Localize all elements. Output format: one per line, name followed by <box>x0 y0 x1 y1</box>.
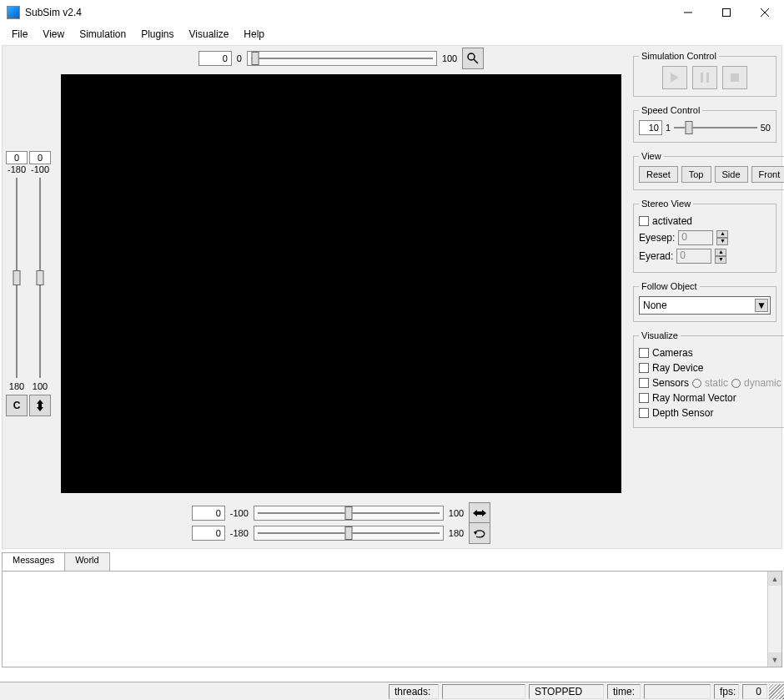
vis-sensors-label: Sensors <box>652 377 689 389</box>
vis-cameras-label: Cameras <box>652 347 693 359</box>
eyesep-label: Eyesep: <box>639 232 675 244</box>
visualize-legend: Visualize <box>639 330 681 340</box>
pause-button[interactable] <box>692 66 717 89</box>
scrollbar[interactable]: ▲ ▼ <box>767 572 781 667</box>
follow-object-combo[interactable]: None ▼ <box>639 296 771 315</box>
svg-rect-7 <box>706 73 709 83</box>
status-threads-value <box>442 684 525 699</box>
top-slider-max: 100 <box>442 53 457 63</box>
center-column: 0 0 100 0 -100 100 0 -180 180 <box>54 46 628 548</box>
eyesep-input[interactable]: 0 <box>678 230 713 245</box>
simulation-control-legend: Simulation Control <box>639 51 719 61</box>
simulation-control-group: Simulation Control <box>633 51 776 97</box>
bslider2-max: 180 <box>449 528 464 538</box>
stop-button[interactable] <box>722 66 747 89</box>
right-panel: Simulation Control Speed Control 10 1 50… <box>628 46 781 548</box>
vslider-a[interactable] <box>9 178 24 378</box>
menu-view[interactable]: View <box>36 27 71 42</box>
eyerad-label: Eyerad: <box>639 250 673 262</box>
svg-line-5 <box>474 59 478 63</box>
speed-min: 1 <box>666 123 671 133</box>
eyerad-input[interactable]: 0 <box>676 249 711 264</box>
tool-button-vertical-arrows[interactable] <box>29 395 51 416</box>
top-slider-min: 0 <box>237 53 242 63</box>
svg-rect-6 <box>701 73 703 83</box>
svg-rect-8 <box>731 73 739 82</box>
menu-file[interactable]: File <box>5 27 34 42</box>
vslider-a-max: 180 <box>9 381 24 391</box>
status-bar: threads: STOPPED time: fps: 0 <box>0 682 784 700</box>
speed-control-legend: Speed Control <box>639 105 702 115</box>
vslider-a-min: -180 <box>8 164 26 174</box>
vis-raydevice-checkbox[interactable] <box>639 363 649 373</box>
menu-visualize[interactable]: Visualize <box>183 27 236 42</box>
vis-depth-checkbox[interactable] <box>639 408 649 418</box>
status-fps-label: fps: <box>714 684 739 699</box>
stereo-activated-checkbox[interactable] <box>639 216 649 226</box>
vis-raydevice-label: Ray Device <box>652 362 703 374</box>
vslider-b[interactable] <box>33 178 48 378</box>
follow-object-selected: None <box>643 300 667 311</box>
vis-raynormal-label: Ray Normal Vector <box>652 392 736 404</box>
stereo-view-legend: Stereo View <box>639 199 693 209</box>
speed-max: 50 <box>761 123 771 133</box>
tab-messages[interactable]: Messages <box>2 552 65 571</box>
close-button[interactable] <box>746 0 784 25</box>
vis-static-radio <box>692 379 701 388</box>
bslider1-value: 0 <box>192 506 225 521</box>
view-reset-button[interactable]: Reset <box>639 166 678 183</box>
view-top-button[interactable]: Top <box>681 166 711 183</box>
view-legend: View <box>639 151 664 161</box>
eyerad-up[interactable]: ▲ <box>715 249 726 256</box>
title-bar: SubSim v2.4 <box>0 0 784 25</box>
bslider1[interactable] <box>254 506 444 521</box>
menu-help[interactable]: Help <box>237 27 271 42</box>
scroll-down-icon[interactable]: ▼ <box>768 652 781 667</box>
vis-sensors-checkbox[interactable] <box>639 378 649 388</box>
view-group: View Reset Top Side Front <box>633 151 784 190</box>
speed-slider[interactable] <box>674 120 757 135</box>
view-side-button[interactable]: Side <box>715 166 748 183</box>
top-slider[interactable] <box>247 51 437 66</box>
bslider2-min: -180 <box>230 528 249 538</box>
eyesep-down[interactable]: ▼ <box>716 238 728 245</box>
bottom-panel: Messages World ▲ ▼ <box>2 552 782 667</box>
visualize-group: Visualize Cameras Ray Device Sensors sta… <box>633 330 784 428</box>
eyerad-down[interactable]: ▼ <box>715 256 726 264</box>
vis-depth-label: Depth Sensor <box>652 407 713 419</box>
stereo-view-group: Stereo View activated Eyesep:0▲▼ Eyerad:… <box>633 199 776 273</box>
status-fps-value: 0 <box>742 684 767 699</box>
eyesep-up[interactable]: ▲ <box>716 230 728 238</box>
menu-simulation[interactable]: Simulation <box>73 27 133 42</box>
vslider-a-value: 0 <box>6 151 28 164</box>
bslider2[interactable] <box>254 526 444 541</box>
window-title: SubSim v2.4 <box>25 7 669 18</box>
minimize-button[interactable] <box>669 0 707 25</box>
zoom-button[interactable] <box>462 48 484 69</box>
rotate-icon[interactable] <box>469 522 490 544</box>
horizontal-arrows-icon[interactable] <box>469 502 490 524</box>
svg-rect-1 <box>723 9 731 17</box>
bslider2-value: 0 <box>192 526 225 541</box>
vis-raynormal-checkbox[interactable] <box>639 393 649 403</box>
speed-control-group: Speed Control 10 1 50 <box>633 105 776 143</box>
stereo-activated-label: activated <box>652 215 692 227</box>
menu-bar: File View Simulation Plugins Visualize H… <box>0 25 784 43</box>
status-threads-label: threads: <box>389 684 439 699</box>
menu-plugins[interactable]: Plugins <box>134 27 180 42</box>
messages-panel: ▲ ▼ <box>2 571 782 667</box>
follow-object-legend: Follow Object <box>639 281 700 291</box>
scroll-up-icon[interactable]: ▲ <box>768 572 781 586</box>
maximize-button[interactable] <box>707 0 746 25</box>
play-button[interactable] <box>662 66 687 89</box>
tab-world[interactable]: World <box>64 552 110 571</box>
vslider-b-min: -100 <box>31 164 49 174</box>
tool-button-c[interactable]: C <box>6 395 28 416</box>
view-front-button[interactable]: Front <box>751 166 784 183</box>
vis-dynamic-label: dynamic <box>744 377 781 389</box>
vis-cameras-checkbox[interactable] <box>639 348 649 358</box>
resize-grip-icon[interactable] <box>769 684 784 699</box>
viewport-3d[interactable] <box>61 74 621 493</box>
vis-static-label: static <box>705 377 728 389</box>
chevron-down-icon: ▼ <box>755 299 768 312</box>
